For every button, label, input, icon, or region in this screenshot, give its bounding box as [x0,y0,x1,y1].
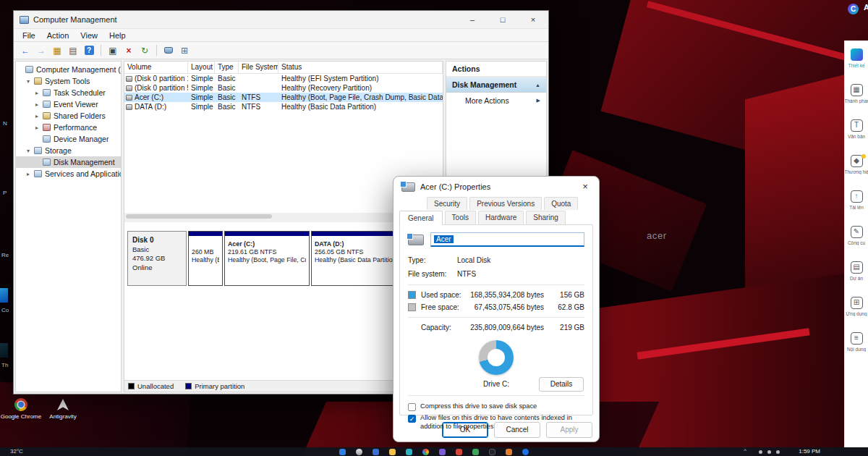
column-header-volume[interactable]: Volume [124,62,188,73]
taskbar-clock[interactable]: 1:59 PM [799,448,820,455]
maximize-button[interactable]: □ [488,11,518,28]
sidebar-item-apps[interactable]: ⊞ Ứng dụng [845,292,868,328]
canva-logo-icon[interactable]: C [848,4,859,14]
collapse-icon[interactable]: ▲ [535,83,540,88]
disk0-info-panel[interactable]: Disk 0 Basic 476.92 GB Online [127,231,187,286]
profile-avatar[interactable]: A [864,3,868,12]
window-titlebar[interactable]: Computer Management – □ × [14,11,548,28]
sidebar-item-brand[interactable]: ◆ Thương hiệu [845,151,868,186]
menu-file[interactable]: File [17,30,41,41]
tab-tools[interactable]: Tools [445,211,476,225]
forward-icon[interactable]: → [34,43,48,58]
expander-icon[interactable] [35,124,43,131]
expander-icon[interactable] [35,113,43,119]
expander-icon[interactable] [27,78,34,85]
grid-view-icon[interactable]: ⊞ [177,43,192,58]
delete-icon[interactable]: × [122,43,136,58]
sidebar-item-text[interactable]: T Văn bản [845,115,868,151]
dialog-titlebar[interactable]: Acer (C:) Properties × [393,177,599,197]
volume-row[interactable]: (Disk 0 partition 5) Simple Basic Health… [124,83,443,93]
sidebar-item-projects[interactable]: ▤ Dự án [845,257,868,292]
tree-item-services-and-applications[interactable]: Services and Applications [16,168,121,180]
edge-shortcut-label[interactable]: Re [1,252,13,258]
edge-shortcut-label[interactable]: Th [1,362,13,368]
tray-volume-icon[interactable] [767,450,771,454]
sidebar-item-uploads[interactable]: ↑ Tải lên [845,186,868,221]
volume-row[interactable]: DATA (D:) Simple Basic NTFS Healthy (Bas… [124,102,443,111]
export-list-icon[interactable]: ▤ [66,43,80,58]
console-tree-icon[interactable]: ▦ [50,43,64,58]
column-header-status[interactable]: Status [278,62,443,73]
tab-security[interactable]: Security [427,197,467,210]
expander-icon[interactable] [35,90,43,96]
taskbar-app-icon[interactable] [373,449,379,455]
tray-battery-icon[interactable] [776,450,780,454]
tree-item-task-scheduler[interactable]: Task Scheduler [16,87,121,98]
help-icon[interactable]: ? [82,43,96,58]
tab-general[interactable]: General [399,211,443,225]
menu-help[interactable]: Help [103,30,132,41]
partition-d[interactable]: DATA (D:) 256.05 GB NTFS Healthy (Basic … [311,231,399,286]
column-header-file-system[interactable]: File System [239,62,278,73]
edge-shortcut-icon[interactable] [0,343,8,358]
tree-item-computer-management[interactable]: Computer Management (Local) [16,64,121,75]
tab-quota[interactable]: Quota [544,197,578,210]
actions-more-actions[interactable]: More Actions ▶ [446,93,546,109]
weather-widget[interactable]: 32°C [10,448,23,455]
edge-shortcut-icon[interactable] [0,288,8,303]
details-button[interactable]: Details [539,377,584,392]
minimize-button[interactable]: – [457,11,488,28]
scrollbar-thumb[interactable] [126,214,272,219]
screen-icon[interactable]: ▣ [106,43,120,58]
taskbar-chrome-icon[interactable] [422,449,429,455]
desktop-icon-chrome[interactable]: Google Chrome [0,398,42,421]
tree-item-device-manager[interactable]: Device Manager [16,133,121,145]
taskbar-app-icon[interactable] [456,449,462,455]
actions-disk-management[interactable]: Disk Management ▲ [446,77,546,93]
tree-item-system-tools[interactable]: System Tools [16,75,121,87]
taskbar-app-icon[interactable] [439,449,446,455]
taskbar-app-icon[interactable] [489,449,495,455]
expander-icon[interactable] [35,101,43,108]
back-icon[interactable]: ← [18,43,33,58]
taskbar-app-icon[interactable] [472,449,479,455]
sidebar-item-elements[interactable]: ▦ Thành phần [845,80,868,115]
tree-item-disk-management[interactable]: Disk Management [16,156,121,168]
taskbar-app-icon[interactable] [522,449,529,455]
taskbar-edge-icon[interactable] [406,449,412,455]
compress-checkbox-row[interactable]: Compress this drive to save disk space [400,400,592,411]
menu-view[interactable]: View [75,30,103,41]
start-button[interactable] [339,449,346,455]
expander-icon[interactable] [27,171,34,177]
volume-row[interactable]: (Disk 0 partition 1) Simple Basic Health… [124,74,443,83]
sidebar-item-content[interactable]: ≡ Nội dung [845,328,868,363]
edge-shortcut-label[interactable]: Co [1,307,13,313]
tray-network-icon[interactable] [759,450,762,454]
taskbar-explorer-icon[interactable] [389,449,396,455]
dialog-close-icon[interactable]: × [571,177,599,197]
column-header-layout[interactable]: Layout [188,62,215,73]
tree-item-event-viewer[interactable]: Event Viewer [16,98,121,110]
taskbar-search-icon[interactable] [356,449,362,455]
tree-item-storage[interactable]: Storage [16,145,121,156]
column-header-type[interactable]: Type [215,62,239,73]
compress-checkbox[interactable] [408,403,416,411]
sidebar-item-design[interactable]: Thiết kế [845,44,868,80]
partition-c[interactable]: Acer (C:) 219.61 GB NTFS Healthy (Boot, … [224,231,310,286]
tab-hardware[interactable]: Hardware [478,211,524,225]
volume-label-input[interactable]: Acer [430,232,584,247]
index-checkbox-row[interactable]: ✓ Allow files on this drive to have cont… [400,411,592,431]
tree-item-shared-folders[interactable]: Shared Folders [16,110,121,122]
taskbar-app-icon[interactable] [506,449,512,455]
tab-sharing[interactable]: Sharing [526,211,565,225]
disk-view-icon[interactable] [161,43,176,58]
tree-item-performance[interactable]: Performance [16,122,121,133]
close-button[interactable]: × [518,11,548,28]
menu-action[interactable]: Action [41,30,75,41]
volume-row-selected[interactable]: Acer (C:) Simple Basic NTFS Healthy (Boo… [124,93,443,102]
refresh-icon[interactable]: ↻ [137,43,152,58]
index-checkbox[interactable]: ✓ [408,415,416,423]
sidebar-item-tools[interactable]: ✎ Công cụ [845,221,868,257]
tray-chevron-icon[interactable]: ^ [744,447,746,454]
tab-previous-versions[interactable]: Previous Versions [469,197,542,210]
